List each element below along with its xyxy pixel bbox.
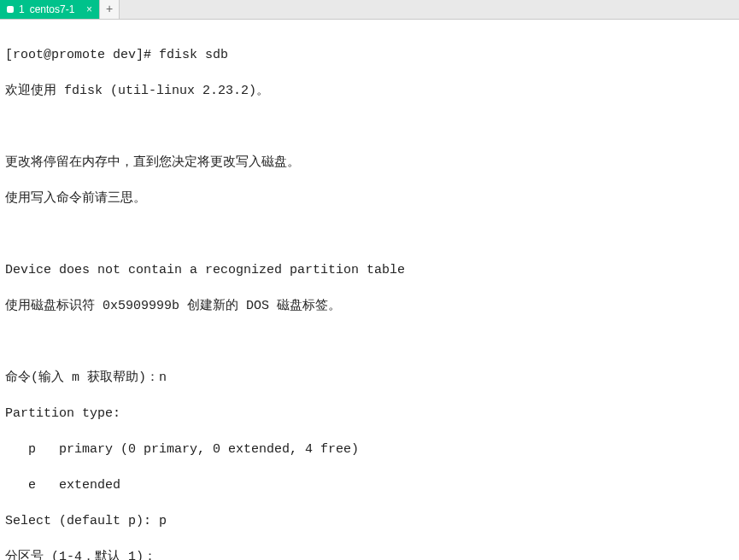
output-line: p primary (0 primary, 0 extended, 4 free… (5, 440, 734, 458)
add-tab-button[interactable]: + (100, 0, 120, 19)
tab-indicator-icon (7, 6, 14, 13)
blank-line (5, 225, 734, 243)
output-line: Partition type: (5, 405, 734, 423)
tab-active[interactable]: 1 centos7-1 × (0, 0, 100, 19)
tab-bar: 1 centos7-1 × + (0, 0, 739, 20)
output-line: 使用磁盘标识符 0x5909999b 创建新的 DOS 磁盘标签。 (5, 297, 734, 315)
output-line: 分区号 (1-4，默认 1)： (5, 548, 734, 560)
output-line: Device does not contain a recognized par… (5, 261, 734, 279)
shell-prompt: [root@promote dev]# (5, 48, 159, 62)
terminal-output[interactable]: [root@promote dev]# fdisk sdb 欢迎使用 fdisk… (0, 20, 739, 560)
output-line: Select (default p): p (5, 512, 734, 530)
output-line: 欢迎使用 fdisk (util-linux 2.23.2)。 (5, 82, 734, 100)
prompt-line: [root@promote dev]# fdisk sdb (5, 46, 734, 64)
blank-line (5, 333, 734, 351)
blank-line (5, 118, 734, 136)
output-line: 使用写入命令前请三思。 (5, 190, 734, 207)
command-text: fdisk sdb (159, 48, 228, 62)
tab-index: 1 (19, 3, 25, 17)
close-icon[interactable]: × (86, 3, 92, 17)
output-line: e extended (5, 476, 734, 494)
tab-label: centos7-1 (30, 3, 75, 17)
output-line: 命令(输入 m 获取帮助)：n (5, 369, 734, 387)
output-line: 更改将停留在内存中，直到您决定将更改写入磁盘。 (5, 154, 734, 172)
